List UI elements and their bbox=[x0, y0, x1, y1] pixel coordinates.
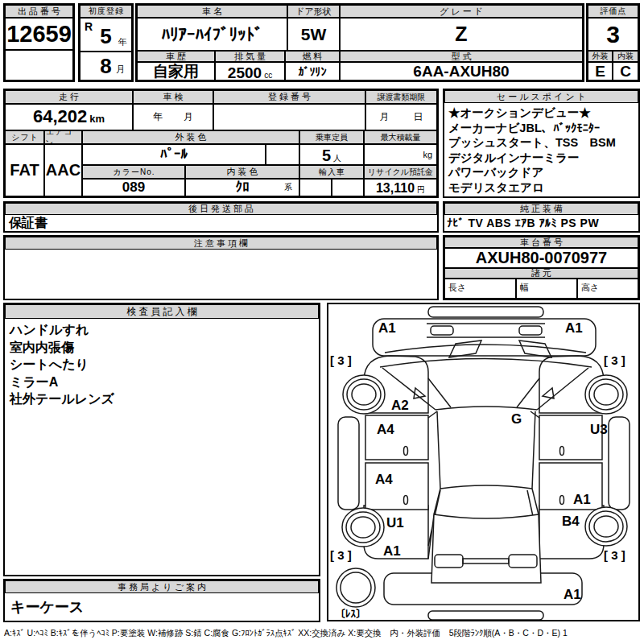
interior-label: 内装 bbox=[613, 51, 638, 62]
front-top-bar bbox=[428, 307, 543, 317]
damage-mark-spare-tire: 〔ﾚｽ〕 bbox=[335, 609, 366, 619]
shift-value: FAT bbox=[5, 144, 44, 196]
wiper-left bbox=[449, 341, 481, 357]
sales-points-label: セールスポイント bbox=[444, 90, 638, 103]
damage-diagram: A1A1[ 3 ][ 3 ]A2A4GU3A4A1U1B4A1[ 3 ][ 3 … bbox=[327, 303, 640, 621]
capacity-number: 5 bbox=[322, 147, 331, 165]
inspector-notes-label: 検査員記入欄 bbox=[5, 304, 319, 319]
month-unit: 月 bbox=[116, 64, 125, 76]
exterior-label: 外装 bbox=[588, 51, 613, 62]
recycle-deposit-label: リサイクル預託金 bbox=[364, 165, 437, 179]
damage-mark-fender-front-left: A2 bbox=[391, 398, 409, 412]
fuel-value: ｶﾞｿﾘﾝ bbox=[285, 62, 340, 80]
vehicle-info-box: 車名 ドア形状 グレード ﾊﾘｱｰﾊｲﾌﾞﾘｯﾄﾞ 5W Z 車歴 排気量 燃料… bbox=[135, 3, 584, 82]
shaken-label: 車検 bbox=[133, 90, 213, 104]
auction-number-box: 出品番号 12659 bbox=[3, 3, 75, 82]
damage-mark-front-bumper-left: A1 bbox=[378, 321, 396, 335]
mileage-unit: km bbox=[89, 113, 105, 125]
displacement-unit: cc bbox=[264, 71, 272, 80]
displacement-label: 排気量 bbox=[215, 51, 285, 62]
damage-mark-tire-rear-right: [ 3 ] bbox=[604, 549, 625, 561]
model-code-value: 6AA-AXUH80 bbox=[340, 62, 583, 80]
grade-label: グレード bbox=[340, 5, 583, 18]
rear-bottom-bar bbox=[428, 611, 543, 620]
damage-mark-door-rear-left: A4 bbox=[375, 473, 393, 486]
later-shipped-parts-label: 後日発送部品 bbox=[5, 203, 437, 215]
mileage-number: 64,202 bbox=[33, 106, 87, 127]
tire-rear-right bbox=[585, 507, 627, 546]
damage-mark-windshield: G bbox=[511, 412, 522, 426]
shift-label: シフト bbox=[5, 130, 44, 144]
color-no-value: 089 bbox=[82, 179, 185, 196]
mileage-value: 64,202 km bbox=[5, 104, 133, 130]
shaken-value: 年 月 bbox=[133, 104, 213, 130]
damage-mark-front-bumper-right: A1 bbox=[565, 321, 583, 335]
rocker-left bbox=[338, 417, 359, 510]
spare-tire bbox=[336, 568, 375, 607]
model-code-label: 型式 bbox=[340, 51, 583, 62]
car-outline bbox=[328, 304, 638, 620]
damage-mark-quarter-rear-left: A1 bbox=[383, 544, 401, 558]
shaken-year-unit: 年 bbox=[153, 110, 163, 124]
score-box: 評価点 3 外装 内装 E C bbox=[586, 3, 640, 82]
first-registration-month: 8 月 bbox=[80, 52, 132, 80]
capacity-unit: 人 bbox=[333, 153, 341, 164]
damage-mark-tire-front-left: [ 3 ] bbox=[330, 354, 352, 366]
office-notice-box: 事務局よりご案内 キーケース bbox=[3, 579, 320, 622]
interior-color-value: ｸﾛ 系 bbox=[185, 179, 299, 196]
exterior-color-label: 外装色 bbox=[82, 130, 299, 144]
auction-sheet: 出品番号 12659 初度登録 R 5 年 8 月 車名 ドア形状 グレード ﾊ… bbox=[0, 0, 644, 644]
oem-equipment-label: 純正装備 bbox=[444, 203, 638, 215]
first-registration-box: 初度登録 R 5 年 8 月 bbox=[78, 3, 134, 82]
registration-number-value bbox=[213, 104, 365, 130]
sales-points-box: セールスポイント ★オークションデビュー★ メーカーナビJBL、ﾊﾞｯｸﾓﾆﾀｰ… bbox=[443, 89, 640, 198]
import-value-a bbox=[299, 179, 332, 196]
interior-color-text: ｸﾛ bbox=[236, 180, 250, 196]
spec-height-label: 高さ bbox=[577, 279, 638, 299]
capacity-value: 5 人 bbox=[299, 144, 364, 165]
later-shipped-parts-value: 保証書 bbox=[5, 215, 437, 231]
displacement-number: 2500 bbox=[228, 64, 262, 80]
reg-year: 5 bbox=[100, 24, 111, 49]
first-registration-label: 初度登録 bbox=[80, 5, 132, 18]
cautions-box: 注意事項欄 bbox=[3, 235, 439, 300]
auction-number-empty bbox=[5, 50, 73, 80]
chassis-number-value: AXUH80-0070977 bbox=[444, 248, 638, 268]
car-name-value: ﾊﾘｱｰﾊｲﾌﾞﾘｯﾄﾞ bbox=[137, 18, 287, 51]
aircon-value: AAC bbox=[44, 144, 82, 196]
damage-mark-fender-rear-left: U1 bbox=[386, 516, 404, 530]
transfer-deadline-label: 譲渡書類期限 bbox=[365, 90, 437, 104]
transfer-day-unit: 日 bbox=[414, 110, 423, 124]
history-value: 自家用 bbox=[137, 62, 215, 80]
damage-mark-door-front-right: U3 bbox=[590, 423, 608, 436]
max-load-value: kg bbox=[364, 144, 437, 165]
registration-number-label: 登録番号 bbox=[213, 90, 365, 104]
aircon-label: エアコン bbox=[44, 130, 82, 144]
wiper-right bbox=[519, 341, 551, 357]
grade-value: Z bbox=[340, 18, 583, 51]
auction-number-label: 出品番号 bbox=[5, 5, 73, 18]
door-rear-right-shape bbox=[539, 463, 602, 510]
specs-label: 諸元 bbox=[444, 268, 638, 279]
recycle-number: 13,110 bbox=[376, 181, 415, 196]
first-registration-year: R 5 年 bbox=[80, 18, 132, 52]
inspector-notes-text: ハンドルすれ 室内内張傷 シートへたり ミラーA 社外テールレンズ bbox=[10, 321, 314, 408]
tailgate-shape bbox=[431, 514, 541, 583]
transfer-month-unit: 月 bbox=[380, 110, 390, 124]
later-shipped-parts-box: 後日発送部品 保証書 bbox=[3, 201, 439, 233]
damage-mark-door-rear-right: A1 bbox=[573, 493, 591, 506]
recycle-deposit-value: 13,110 円 bbox=[364, 179, 437, 196]
chassis-number-box: 車台番号 AXUH80-0070977 諸元 長さ 幅 高さ bbox=[443, 235, 640, 300]
score-value: 3 bbox=[588, 18, 638, 51]
oem-equipment-value: ﾅﾋﾞ TV ABS ｴｱB ｱﾙﾐ PS PW bbox=[444, 215, 638, 231]
cautions-label: 注意事項欄 bbox=[5, 237, 437, 250]
headlight-left bbox=[431, 326, 453, 335]
tire-front-left bbox=[343, 375, 385, 414]
damage-mark-fender-rear-right: B4 bbox=[562, 514, 580, 528]
door-shape-label: ドア形状 bbox=[287, 5, 340, 18]
tire-rear-left bbox=[342, 508, 384, 547]
office-notice-value: キーケース bbox=[5, 593, 319, 621]
color-no-label: カラーNo. bbox=[82, 165, 185, 179]
year-unit: 年 bbox=[118, 36, 127, 48]
displacement-value: 2500 cc bbox=[215, 62, 285, 80]
